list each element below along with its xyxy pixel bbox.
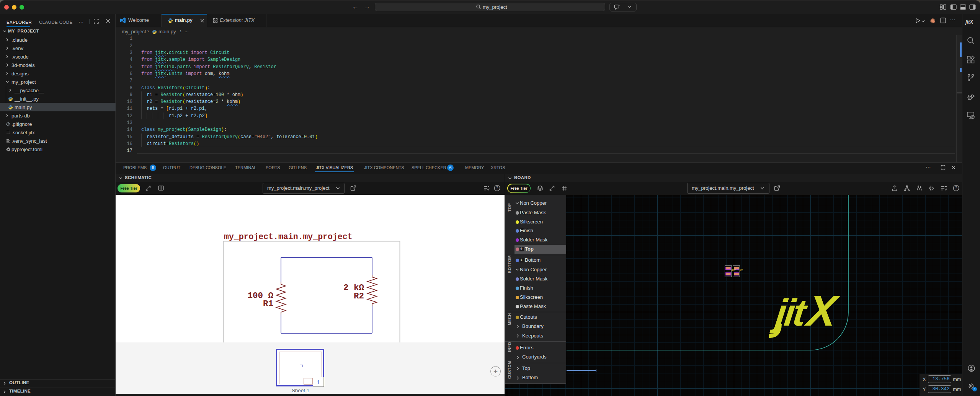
- svg-text:?: ?: [496, 186, 498, 190]
- svg-text:R2: R2: [354, 291, 364, 301]
- svg-text:X: X: [802, 286, 842, 335]
- svg-text:R1: R1: [263, 299, 273, 309]
- svg-text:my_project.main.my_project: my_project.main.my_project: [224, 232, 352, 241]
- svg-text:?: ?: [955, 186, 957, 190]
- svg-text:jit: jit: [769, 291, 810, 334]
